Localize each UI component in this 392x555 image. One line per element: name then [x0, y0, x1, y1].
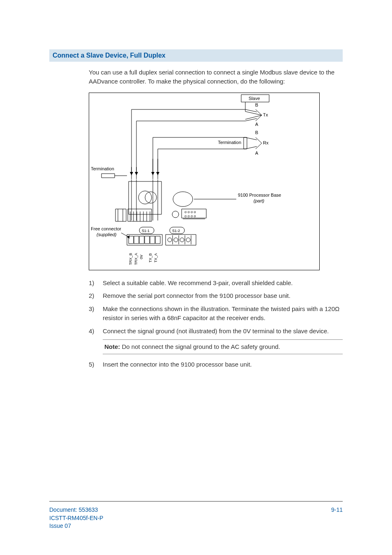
footer-rule — [49, 501, 343, 502]
pin-trxa: TRX_A — [134, 253, 138, 265]
svg-marker-17 — [130, 172, 133, 175]
svg-rect-53 — [145, 236, 150, 244]
note-text: Do not connect the signal ground to the … — [120, 343, 280, 350]
pin-txa: TX_A — [154, 253, 158, 262]
step-2: Remove the serial port connector from th… — [89, 291, 343, 300]
svg-point-57 — [168, 238, 172, 242]
free-connector-1: Free connector — [91, 226, 121, 231]
b-label-rx: B — [255, 130, 258, 135]
footer-ref: ICSTT-RM405f-EN-P — [49, 514, 103, 522]
svg-rect-55 — [155, 236, 160, 244]
rx-label: Rx — [263, 140, 269, 145]
wiring-diagram: Slave B Tx A B Rx A Termination — [89, 93, 320, 270]
note-box: Note: Do not connect the signal ground t… — [103, 339, 343, 354]
svg-point-58 — [174, 238, 178, 242]
pin-trxb: TRX_B — [129, 253, 133, 265]
svg-line-1 — [245, 109, 257, 112]
svg-point-29 — [172, 211, 179, 218]
svg-rect-56 — [166, 235, 196, 245]
base-label-2: (part) — [254, 198, 265, 203]
svg-rect-51 — [134, 236, 139, 244]
step-list-continued: Insert the connector into the 9100 proce… — [89, 360, 343, 369]
svg-point-27 — [145, 192, 157, 203]
termination-ctrl-label: Termination — [91, 166, 114, 171]
svg-rect-35 — [115, 209, 126, 221]
svg-line-46 — [121, 233, 129, 237]
b-label-tx: B — [255, 102, 258, 107]
page-footer: Document: 553633 ICSTT-RM405f-EN-P Issue… — [49, 506, 343, 530]
svg-marker-65 — [127, 235, 129, 239]
step-5: Insert the connector into the 9100 proce… — [89, 360, 343, 369]
s1-1-label: S1-1 — [142, 229, 150, 233]
base-label-1: 9100 Processor Base — [238, 193, 281, 197]
svg-point-28 — [173, 192, 193, 207]
termination-rx-label: Termination — [218, 140, 241, 145]
intro-paragraph: You can use a full duplex serial connect… — [89, 68, 343, 86]
svg-rect-52 — [139, 236, 144, 244]
footer-doc: Document: 553633 — [49, 506, 103, 514]
svg-rect-5 — [244, 137, 247, 149]
svg-point-59 — [180, 238, 184, 242]
step-1: Select a suitable cable. We recommend 3-… — [89, 279, 343, 288]
slave-label: Slave — [249, 96, 260, 101]
a-label-rx: A — [255, 151, 258, 156]
svg-rect-54 — [150, 236, 155, 244]
svg-marker-23 — [156, 172, 159, 175]
step-4: Connect the signal ground (not illustrat… — [89, 327, 343, 336]
a-label-tx: A — [255, 122, 258, 127]
svg-rect-14 — [101, 174, 115, 178]
svg-point-60 — [186, 238, 190, 242]
svg-text:o o o o: o o o o — [184, 210, 196, 214]
svg-text:o o o o: o o o o — [184, 214, 196, 218]
note-bold: Note: — [104, 343, 120, 350]
step-3: Make the connections shown in the illust… — [89, 304, 343, 323]
step-list: Select a suitable cable. We recommend 3-… — [89, 279, 343, 336]
pin-0v: 0V — [139, 254, 143, 259]
footer-issue: Issue 07 — [49, 522, 103, 530]
tx-label: Tx — [263, 112, 268, 117]
svg-marker-21 — [151, 172, 154, 175]
svg-marker-19 — [135, 172, 138, 175]
pin-txb: TX_B — [148, 253, 152, 262]
s1-2-label: S1-2 — [172, 229, 180, 233]
section-title: Connect a Slave Device, Full Duplex — [49, 49, 343, 62]
footer-page: 9-11 — [331, 506, 343, 514]
free-connector-2: (supplied) — [97, 232, 117, 237]
